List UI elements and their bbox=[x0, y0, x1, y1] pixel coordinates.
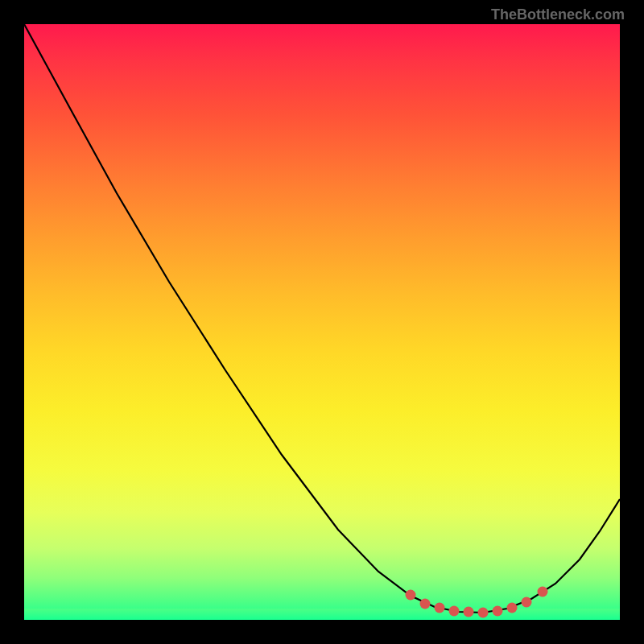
marker-dot bbox=[435, 603, 445, 613]
bottleneck-curve bbox=[24, 24, 620, 613]
marker-dot bbox=[420, 599, 431, 609]
marker-dot bbox=[406, 590, 416, 601]
plot-area bbox=[24, 24, 620, 620]
marker-dot bbox=[449, 606, 460, 617]
marker-dot bbox=[507, 603, 518, 613]
marker-dot bbox=[493, 606, 503, 617]
chart-container: TheBottleneck.com bbox=[0, 0, 644, 644]
watermark-text: TheBottleneck.com bbox=[491, 6, 625, 23]
marker-dot bbox=[522, 597, 532, 608]
marker-dot bbox=[478, 608, 489, 618]
marker-dot bbox=[464, 607, 474, 617]
curve-svg bbox=[24, 24, 620, 620]
marker-dot bbox=[538, 587, 548, 597]
